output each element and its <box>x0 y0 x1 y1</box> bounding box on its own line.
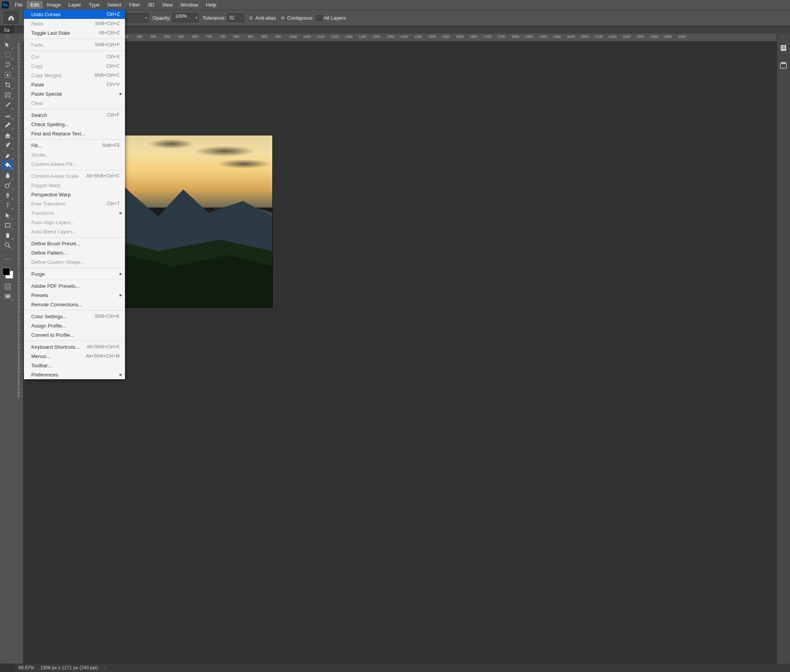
tolerance-input[interactable] <box>227 14 244 22</box>
vertical-ruler[interactable]: 6505050450400350300250200150100500501001… <box>15 41 24 664</box>
menu-file[interactable]: File <box>11 1 27 9</box>
menu-item-define-brush-preset[interactable]: Define Brush Preset... <box>24 239 125 248</box>
zoom-level[interactable]: 66.67% <box>19 665 34 670</box>
menu-type[interactable]: Type <box>85 1 103 9</box>
menu-item-define-pattern[interactable]: Define Pattern... <box>24 248 125 257</box>
object-selection-tool[interactable] <box>2 70 14 80</box>
menu-item-preferences[interactable]: Preferences▶ <box>24 370 125 379</box>
screen-mode-button[interactable] <box>2 292 14 302</box>
brush-tool[interactable] <box>2 120 14 130</box>
menu-item-paste-special[interactable]: Paste Special▶ <box>24 89 125 98</box>
eyedropper-tool[interactable] <box>2 100 14 110</box>
history-brush-tool[interactable] <box>2 140 14 150</box>
opacity-value: 100% <box>175 14 187 19</box>
dodge-tool[interactable] <box>2 180 14 190</box>
ruler-tick: 1950 <box>553 35 561 39</box>
menu-item-label: Define Pattern... <box>31 250 68 256</box>
horizontal-ruler[interactable]: 5010015020025030035040045050055060065070… <box>15 34 777 42</box>
menu-item-label: Color Settings... <box>31 314 67 319</box>
healing-brush-tool[interactable] <box>2 110 14 120</box>
menu-layer[interactable]: Layer <box>65 1 85 9</box>
menu-item-paste[interactable]: PasteCtrl+V <box>24 80 125 89</box>
clone-stamp-tool[interactable] <box>2 130 14 140</box>
object-selection-tool-icon <box>4 71 11 78</box>
menu-item-copy: CopyCtrl+C <box>24 61 125 71</box>
chevron-down-icon: ▾ <box>196 16 198 20</box>
menu-item-shortcut: Ctrl+V <box>106 82 120 87</box>
menu-item-keyboard-shortcuts[interactable]: Keyboard Shortcuts...Alt+Shift+Ctrl+K <box>24 342 125 351</box>
menu-item-shortcut: Alt+Shift+Ctrl+M <box>86 353 120 359</box>
menu-item-remote-connections[interactable]: Remote Connections... <box>24 300 125 309</box>
color-swatches[interactable] <box>2 267 14 279</box>
contiguous-checkbox[interactable]: ✓ Contiguous <box>280 15 313 21</box>
learn-panel-icon[interactable] <box>779 44 788 53</box>
quick-mask-button[interactable] <box>2 282 14 292</box>
menu-item-perspective-warp[interactable]: Perspective Warp <box>24 190 125 199</box>
crop-tool[interactable] <box>2 80 14 90</box>
menu-item-fill[interactable]: Fill...Shift+F5 <box>24 141 125 150</box>
pen-tool-icon <box>4 192 11 199</box>
menu-item-label: Fade... <box>31 42 47 48</box>
dock-grip[interactable]: « <box>777 34 790 40</box>
menu-window[interactable]: Window <box>177 1 202 9</box>
hand-tool[interactable] <box>2 230 14 240</box>
ruler-tick: 2150 <box>609 35 616 39</box>
menu-item-assign-profile[interactable]: Assign Profile... <box>24 321 125 330</box>
menu-image[interactable]: Image <box>43 1 64 9</box>
ruler-tick: 750 <box>220 35 226 39</box>
menu-item-label: Clear <box>31 100 43 106</box>
move-tool-icon <box>4 41 11 48</box>
zoom-tool[interactable] <box>2 240 14 250</box>
menu-item-color-settings[interactable]: Color Settings...Shift+Ctrl+K <box>24 312 125 321</box>
menu-select[interactable]: Select <box>103 1 125 9</box>
frame-tool[interactable] <box>2 90 14 100</box>
menu-item-check-spelling[interactable]: Check Spelling... <box>24 120 125 129</box>
menu-3d[interactable]: 3D <box>144 1 158 9</box>
menu-item-undo-curves[interactable]: Undo CurvesCtrl+Z <box>24 10 125 19</box>
toolbar-grip[interactable]: » <box>0 34 15 40</box>
menu-item-menus[interactable]: Menus...Alt+Shift+Ctrl+M <box>24 351 125 361</box>
menu-item-search[interactable]: SearchCtrl+F <box>24 110 125 120</box>
libraries-panel-icon[interactable] <box>779 61 788 70</box>
move-tool[interactable] <box>2 40 14 50</box>
path-selection-tool[interactable] <box>2 210 14 220</box>
menu-item-purge[interactable]: Purge▶ <box>24 269 125 279</box>
blur-tool[interactable] <box>2 170 14 180</box>
document-tab[interactable]: Sa <box>0 26 14 34</box>
svg-rect-28 <box>782 46 785 47</box>
paint-bucket-tool[interactable] <box>2 160 14 170</box>
menu-item-adobe-pdf-presets[interactable]: Adobe PDF Presets... <box>24 281 125 290</box>
svg-point-16 <box>5 243 9 247</box>
menu-view[interactable]: View <box>158 1 177 9</box>
type-tool[interactable]: T <box>2 200 14 210</box>
svg-rect-31 <box>781 62 786 64</box>
menu-item-define-custom-shape: Define Custom Shape... <box>24 257 125 267</box>
menu-item-presets[interactable]: Presets▶ <box>24 290 125 300</box>
menu-item-toolbar[interactable]: Toolbar... <box>24 361 125 370</box>
menu-help[interactable]: Help <box>202 1 220 9</box>
menu-item-find-and-replace-text[interactable]: Find and Replace Text... <box>24 129 125 138</box>
menu-item-convert-to-profile[interactable]: Convert to Profile... <box>24 330 125 339</box>
menu-item-label: Copy Merged <box>31 73 61 78</box>
ruler-tick: 900 <box>262 35 267 39</box>
app-logo-ps: Ps <box>2 1 9 9</box>
lasso-tool[interactable] <box>2 60 14 70</box>
home-button[interactable] <box>4 12 19 24</box>
menu-filter[interactable]: Filter <box>125 1 144 9</box>
anti-alias-checkbox[interactable]: ✓ Anti-alias <box>248 15 276 21</box>
menu-item-toggle-last-state[interactable]: Toggle Last StateAlt+Ctrl+Z <box>24 28 125 37</box>
pen-tool[interactable] <box>2 190 14 200</box>
eraser-tool[interactable] <box>2 150 14 160</box>
menu-item-label: Convert to Profile... <box>31 332 74 338</box>
all-layers-checkbox[interactable]: All Layers <box>316 15 346 21</box>
opacity-field[interactable]: 100% ▾ <box>172 13 199 22</box>
edit-toolbar-button[interactable]: ⋯ <box>2 254 14 264</box>
menu-item-shortcut: Alt+Ctrl+Z <box>99 30 120 35</box>
rectangle-tool[interactable] <box>2 220 14 230</box>
foreground-color-swatch[interactable] <box>2 268 10 275</box>
menu-edit[interactable]: Edit <box>27 1 43 9</box>
document-dimensions[interactable]: 1906 px x 1271 px (240 ppi) <box>41 665 98 670</box>
menu-separator <box>24 237 125 238</box>
marquee-tool[interactable] <box>2 50 14 60</box>
status-chevron-icon[interactable]: 〉 <box>104 665 108 671</box>
